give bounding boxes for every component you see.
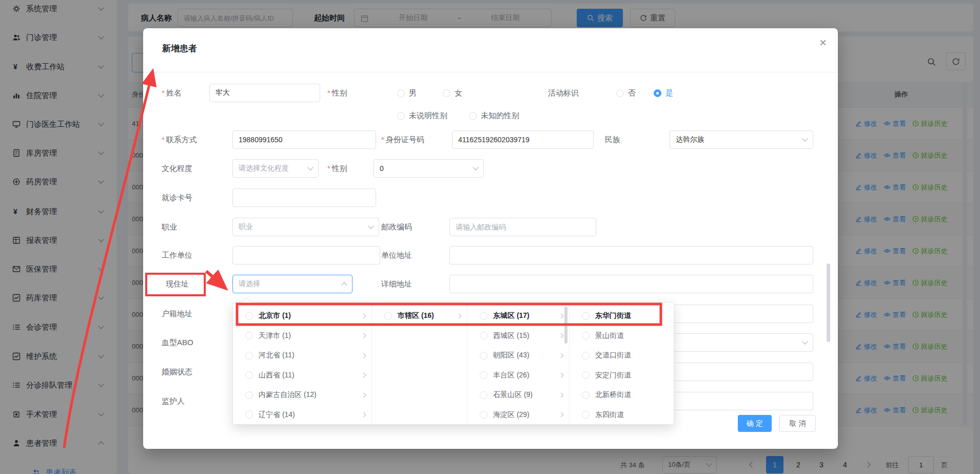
chevron-right-icon	[559, 313, 564, 318]
active-flag-radio-yes[interactable]: 是	[654, 84, 673, 102]
radio-icon[interactable]	[480, 332, 487, 339]
chevron-right-icon	[559, 353, 564, 358]
cascader-option-jiaodaokou[interactable]: 交道口街道	[570, 346, 674, 366]
gender-radio-female[interactable]: 女	[443, 84, 462, 102]
occupation-select[interactable]: 职业	[232, 218, 379, 236]
gender-code-select[interactable]: 0	[374, 159, 484, 178]
cascader-option-neimenggu[interactable]: 内蒙古自治区 (12)	[233, 385, 371, 405]
phone-input[interactable]	[232, 130, 376, 149]
cascader-option-chaoyang[interactable]: 朝阳区 (43)	[467, 346, 569, 366]
radio-icon	[443, 89, 450, 97]
radio-icon	[616, 89, 624, 97]
radio-label: 未说明性别	[409, 111, 447, 121]
cascader-option-liaoning[interactable]: 辽宁省 (14)	[233, 405, 371, 425]
cascader-option-beijing[interactable]: 北京市 (1)	[233, 306, 371, 326]
cascader-option-shijingshan[interactable]: 石景山区 (9)	[467, 385, 569, 405]
education-label: 文化程度	[162, 159, 192, 178]
radio-icon[interactable]	[245, 391, 253, 399]
radio-label: 否	[628, 88, 636, 98]
ethnicity-select[interactable]: 达斡尔族	[670, 130, 813, 149]
cascader-option-label: 西城区 (15)	[493, 331, 559, 340]
cascader-option-shanxi[interactable]: 山西省 (11)	[233, 366, 371, 386]
radio-icon[interactable]	[245, 332, 253, 339]
chevron-right-icon	[361, 333, 366, 338]
cascader-option-shixiaqu[interactable]: 市辖区 (16)	[372, 306, 467, 326]
cascader-option-andingmen[interactable]: 安定门街道	[570, 366, 674, 386]
gender-radio-male[interactable]: 男	[397, 84, 417, 102]
employer-input[interactable]	[232, 246, 380, 264]
employer-address-input[interactable]	[449, 246, 813, 264]
radio-icon[interactable]	[582, 371, 590, 379]
cascader-option-label: 朝阳区 (43)	[493, 351, 559, 360]
radio-icon[interactable]	[582, 312, 590, 320]
radio-icon[interactable]	[582, 411, 590, 419]
gender-radio-unknown[interactable]: 未知的性别	[469, 106, 519, 125]
gender-radio-unstated[interactable]: 未说明性别	[397, 106, 447, 125]
select-placeholder: 请选择	[239, 279, 260, 289]
close-icon[interactable]: ×	[819, 36, 827, 49]
chevron-right-icon	[559, 392, 564, 397]
chevron-up-icon	[341, 282, 347, 288]
cascader-option-jingshan[interactable]: 景山街道	[570, 326, 674, 346]
radio-icon	[397, 89, 405, 97]
visit-card-input[interactable]	[232, 188, 376, 207]
cascader-option-tianjin[interactable]: 天津市 (1)	[233, 326, 371, 346]
radio-icon[interactable]	[582, 352, 590, 359]
employer-label: 工作单位	[162, 246, 192, 264]
required-star: *	[327, 164, 330, 173]
radio-icon[interactable]	[480, 411, 487, 419]
radio-icon[interactable]	[245, 312, 253, 320]
cascader-option-xicheng[interactable]: 西城区 (15)	[467, 326, 569, 346]
radio-icon[interactable]	[480, 352, 487, 359]
radio-checked-icon	[654, 89, 661, 97]
cascader-district-column: 东城区 (17) 西城区 (15) 朝阳区 (43) 丰台区 (26) 石景山区…	[467, 302, 570, 424]
radio-label: 是	[665, 88, 673, 98]
radio-icon[interactable]	[582, 391, 590, 399]
radio-icon[interactable]	[245, 371, 253, 379]
detail-address-input[interactable]	[449, 275, 813, 293]
select-placeholder: 请选择文化程度	[239, 164, 289, 173]
radio-icon[interactable]	[245, 411, 253, 419]
cascader-option-label: 丰台区 (26)	[493, 371, 559, 380]
detail-address-label: 详细地址	[381, 275, 412, 293]
current-address-cascader[interactable]: 请选择	[232, 275, 352, 293]
postcode-input[interactable]	[449, 218, 596, 236]
radio-icon[interactable]	[480, 391, 487, 399]
name-input[interactable]	[209, 84, 320, 102]
chevron-right-icon	[361, 392, 366, 397]
radio-icon[interactable]	[384, 312, 392, 320]
radio-icon	[397, 112, 405, 120]
cascader-option-donghuamen[interactable]: 东华门街道	[570, 306, 674, 326]
radio-icon[interactable]	[480, 371, 487, 379]
cascader-option-fengtai[interactable]: 丰台区 (26)	[467, 366, 569, 386]
confirm-button[interactable]: 确 定	[738, 415, 772, 432]
cascader-scrollbar[interactable]	[564, 307, 567, 344]
cascader-option-label: 景山街道	[595, 331, 668, 340]
dialog-scrollbar[interactable]	[827, 263, 830, 342]
cascader-option-dongcheng[interactable]: 东城区 (17)	[467, 306, 569, 326]
active-flag-radio-no[interactable]: 否	[616, 84, 636, 102]
active-flag-label: 活动标识	[548, 84, 579, 102]
cascader-option-label: 东四街道	[595, 410, 668, 420]
radio-icon[interactable]	[582, 332, 590, 339]
radio-icon[interactable]	[480, 312, 487, 320]
cascader-option-beixinqiao[interactable]: 北新桥街道	[570, 385, 674, 405]
education-select[interactable]: 请选择文化程度	[232, 159, 319, 178]
id-card-input[interactable]	[452, 130, 594, 149]
chevron-down-icon	[368, 223, 374, 229]
chevron-down-icon	[473, 164, 478, 170]
cancel-button[interactable]: 取 消	[779, 415, 816, 432]
chevron-right-icon	[559, 412, 564, 418]
chevron-right-icon	[361, 373, 366, 378]
address-cascader-panel: 北京市 (1) 天津市 (1) 河北省 (11) 山西省 (11) 内蒙古自治区…	[232, 302, 674, 425]
cascader-option-haidian[interactable]: 海淀区 (29)	[467, 405, 569, 425]
chevron-right-icon	[361, 353, 366, 358]
guardian-label: 监护人	[162, 392, 185, 410]
phone-label: *联系方式	[162, 130, 197, 149]
radio-icon[interactable]	[245, 352, 253, 359]
required-star: *	[381, 135, 384, 144]
select-value: 达斡尔族	[676, 135, 704, 144]
cascader-option-hebei[interactable]: 河北省 (11)	[233, 346, 371, 366]
cascader-option-dongsi[interactable]: 东四街道	[570, 405, 674, 425]
required-star: *	[162, 135, 165, 144]
